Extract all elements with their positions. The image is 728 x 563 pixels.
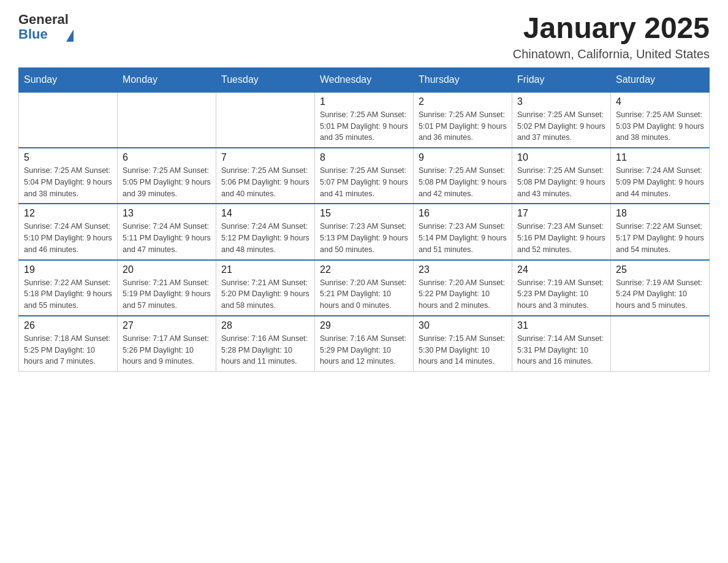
day-number: 31 [517, 320, 605, 331]
day-info: Sunrise: 7:25 AM Sunset: 5:04 PM Dayligh… [24, 165, 112, 199]
logo-general: General [18, 12, 69, 27]
day-number: 4 [616, 96, 704, 107]
day-number: 19 [24, 264, 112, 275]
day-number: 26 [24, 320, 112, 331]
calendar-day-2: 2Sunrise: 7:25 AM Sunset: 5:01 PM Daylig… [414, 92, 512, 148]
calendar-day-16: 16Sunrise: 7:23 AM Sunset: 5:14 PM Dayli… [414, 204, 512, 259]
day-info: Sunrise: 7:21 AM Sunset: 5:19 PM Dayligh… [123, 277, 211, 312]
day-info: Sunrise: 7:15 AM Sunset: 5:30 PM Dayligh… [419, 333, 507, 367]
calendar-header-friday: Friday [512, 67, 611, 92]
day-number: 18 [616, 208, 704, 219]
page-header: General Blue January 2025 Chinatown, Cal… [18, 12, 710, 61]
day-info: Sunrise: 7:18 AM Sunset: 5:25 PM Dayligh… [24, 333, 112, 367]
calendar-day-22: 22Sunrise: 7:20 AM Sunset: 5:21 PM Dayli… [315, 260, 414, 316]
day-info: Sunrise: 7:25 AM Sunset: 5:05 PM Dayligh… [123, 165, 211, 199]
calendar-day-29: 29Sunrise: 7:16 AM Sunset: 5:29 PM Dayli… [315, 316, 414, 372]
day-info: Sunrise: 7:25 AM Sunset: 5:01 PM Dayligh… [419, 109, 507, 144]
calendar-day-30: 30Sunrise: 7:15 AM Sunset: 5:30 PM Dayli… [414, 316, 512, 372]
day-number: 24 [517, 264, 605, 275]
day-number: 27 [123, 320, 211, 331]
calendar-day-25: 25Sunrise: 7:19 AM Sunset: 5:24 PM Dayli… [611, 260, 710, 316]
location-subtitle: Chinatown, California, United States [513, 47, 710, 61]
day-number: 12 [24, 208, 112, 219]
logo: General Blue [18, 12, 74, 42]
calendar-day-4: 4Sunrise: 7:25 AM Sunset: 5:03 PM Daylig… [611, 92, 710, 148]
day-info: Sunrise: 7:25 AM Sunset: 5:06 PM Dayligh… [221, 165, 309, 199]
day-number: 10 [517, 152, 605, 163]
day-number: 8 [320, 152, 408, 163]
calendar-header-wednesday: Wednesday [315, 67, 414, 92]
day-info: Sunrise: 7:23 AM Sunset: 5:13 PM Dayligh… [320, 221, 408, 255]
day-number: 20 [123, 264, 211, 275]
day-number: 9 [419, 152, 507, 163]
calendar-day-13: 13Sunrise: 7:24 AM Sunset: 5:11 PM Dayli… [118, 204, 216, 259]
calendar-week-row: 12Sunrise: 7:24 AM Sunset: 5:10 PM Dayli… [19, 204, 710, 259]
day-number: 14 [221, 208, 309, 219]
day-number: 2 [419, 96, 507, 107]
calendar-day-17: 17Sunrise: 7:23 AM Sunset: 5:16 PM Dayli… [512, 204, 611, 259]
day-number: 6 [123, 152, 211, 163]
day-number: 5 [24, 152, 112, 163]
calendar-day-14: 14Sunrise: 7:24 AM Sunset: 5:12 PM Dayli… [216, 204, 315, 259]
calendar-day-5: 5Sunrise: 7:25 AM Sunset: 5:04 PM Daylig… [19, 148, 118, 204]
calendar-day-7: 7Sunrise: 7:25 AM Sunset: 5:06 PM Daylig… [216, 148, 315, 204]
calendar-empty-cell [611, 316, 710, 372]
day-info: Sunrise: 7:19 AM Sunset: 5:24 PM Dayligh… [616, 277, 704, 312]
calendar-day-21: 21Sunrise: 7:21 AM Sunset: 5:20 PM Dayli… [216, 260, 315, 316]
calendar-day-1: 1Sunrise: 7:25 AM Sunset: 5:01 PM Daylig… [315, 92, 414, 148]
calendar-week-row: 1Sunrise: 7:25 AM Sunset: 5:01 PM Daylig… [19, 92, 710, 148]
calendar-week-row: 19Sunrise: 7:22 AM Sunset: 5:18 PM Dayli… [19, 260, 710, 316]
day-info: Sunrise: 7:20 AM Sunset: 5:22 PM Dayligh… [419, 277, 507, 312]
calendar-week-row: 26Sunrise: 7:18 AM Sunset: 5:25 PM Dayli… [19, 316, 710, 372]
day-number: 23 [419, 264, 507, 275]
day-info: Sunrise: 7:24 AM Sunset: 5:11 PM Dayligh… [123, 221, 211, 255]
calendar-day-3: 3Sunrise: 7:25 AM Sunset: 5:02 PM Daylig… [512, 92, 611, 148]
day-number: 29 [320, 320, 408, 331]
day-number: 21 [221, 264, 309, 275]
calendar-header-saturday: Saturday [611, 67, 710, 92]
day-info: Sunrise: 7:25 AM Sunset: 5:08 PM Dayligh… [517, 165, 605, 199]
day-info: Sunrise: 7:25 AM Sunset: 5:03 PM Dayligh… [616, 109, 704, 144]
calendar-day-18: 18Sunrise: 7:22 AM Sunset: 5:17 PM Dayli… [611, 204, 710, 259]
calendar-day-28: 28Sunrise: 7:16 AM Sunset: 5:28 PM Dayli… [216, 316, 315, 372]
day-number: 17 [517, 208, 605, 219]
calendar-day-9: 9Sunrise: 7:25 AM Sunset: 5:08 PM Daylig… [414, 148, 512, 204]
day-info: Sunrise: 7:14 AM Sunset: 5:31 PM Dayligh… [517, 333, 605, 367]
day-number: 16 [419, 208, 507, 219]
logo-text: General Blue [18, 12, 69, 42]
calendar-day-27: 27Sunrise: 7:17 AM Sunset: 5:26 PM Dayli… [118, 316, 216, 372]
calendar-header-tuesday: Tuesday [216, 67, 315, 92]
day-info: Sunrise: 7:25 AM Sunset: 5:02 PM Dayligh… [517, 109, 605, 144]
logo-blue: Blue [18, 27, 69, 42]
day-info: Sunrise: 7:16 AM Sunset: 5:28 PM Dayligh… [221, 333, 309, 367]
day-info: Sunrise: 7:20 AM Sunset: 5:21 PM Dayligh… [320, 277, 408, 312]
day-number: 3 [517, 96, 605, 107]
calendar-day-15: 15Sunrise: 7:23 AM Sunset: 5:13 PM Dayli… [315, 204, 414, 259]
calendar-day-24: 24Sunrise: 7:19 AM Sunset: 5:23 PM Dayli… [512, 260, 611, 316]
day-number: 25 [616, 264, 704, 275]
day-info: Sunrise: 7:16 AM Sunset: 5:29 PM Dayligh… [320, 333, 408, 367]
day-info: Sunrise: 7:21 AM Sunset: 5:20 PM Dayligh… [221, 277, 309, 312]
day-info: Sunrise: 7:23 AM Sunset: 5:14 PM Dayligh… [419, 221, 507, 255]
logo-triangle-icon [66, 29, 74, 42]
calendar-week-row: 5Sunrise: 7:25 AM Sunset: 5:04 PM Daylig… [19, 148, 710, 204]
day-info: Sunrise: 7:25 AM Sunset: 5:07 PM Dayligh… [320, 165, 408, 199]
calendar-day-31: 31Sunrise: 7:14 AM Sunset: 5:31 PM Dayli… [512, 316, 611, 372]
month-title: January 2025 [513, 12, 710, 45]
day-number: 30 [419, 320, 507, 331]
day-number: 28 [221, 320, 309, 331]
day-info: Sunrise: 7:17 AM Sunset: 5:26 PM Dayligh… [123, 333, 211, 367]
day-number: 1 [320, 96, 408, 107]
calendar-day-8: 8Sunrise: 7:25 AM Sunset: 5:07 PM Daylig… [315, 148, 414, 204]
calendar-empty-cell [216, 92, 315, 148]
calendar-empty-cell [19, 92, 118, 148]
calendar-empty-cell [118, 92, 216, 148]
day-info: Sunrise: 7:22 AM Sunset: 5:18 PM Dayligh… [24, 277, 112, 312]
calendar-day-20: 20Sunrise: 7:21 AM Sunset: 5:19 PM Dayli… [118, 260, 216, 316]
day-info: Sunrise: 7:24 AM Sunset: 5:09 PM Dayligh… [616, 165, 704, 199]
day-info: Sunrise: 7:19 AM Sunset: 5:23 PM Dayligh… [517, 277, 605, 312]
day-info: Sunrise: 7:25 AM Sunset: 5:01 PM Dayligh… [320, 109, 408, 144]
day-number: 7 [221, 152, 309, 163]
day-number: 11 [616, 152, 704, 163]
calendar-header-sunday: Sunday [19, 67, 118, 92]
